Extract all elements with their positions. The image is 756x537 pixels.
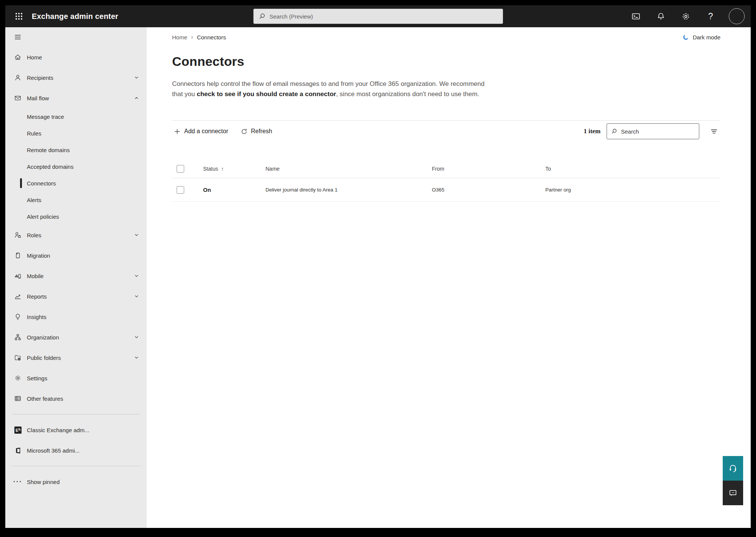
sidebar-item-label: Mail flow xyxy=(27,95,49,101)
feedback-button[interactable] xyxy=(723,481,743,505)
terminal-icon xyxy=(631,12,641,21)
sidebar-item-migration[interactable]: Migration xyxy=(5,245,147,266)
sidebar-item-mail-flow[interactable]: Mail flow xyxy=(5,88,147,108)
moon-icon xyxy=(682,34,689,41)
sidebar-item-label: Home xyxy=(27,54,42,61)
app-title: Exchange admin center xyxy=(32,12,118,21)
waffle-icon xyxy=(14,12,23,21)
column-header-name[interactable]: Name xyxy=(261,166,427,172)
sidebar-item-label: Public folders xyxy=(27,355,61,361)
person-icon xyxy=(14,74,22,81)
table-icon xyxy=(14,395,22,402)
lightbulb-icon xyxy=(14,313,22,321)
sidebar-item-label: Show pinned xyxy=(27,479,60,485)
chevron-down-icon xyxy=(134,355,139,360)
column-header-to[interactable]: To xyxy=(541,166,720,172)
sidebar-item-home[interactable]: Home xyxy=(5,47,147,67)
chevron-down-icon xyxy=(134,232,139,238)
sidebar-item-mobile[interactable]: Mobile xyxy=(5,266,147,286)
sidebar-item-alert-policies[interactable]: Alert policies xyxy=(5,208,147,225)
sidebar-subitem-label: Remote domains xyxy=(27,147,70,153)
column-header-status[interactable]: Status ↑ xyxy=(199,166,261,172)
sort-ascending-icon: ↑ xyxy=(221,166,224,172)
item-count: 1 item xyxy=(584,128,601,135)
support-button[interactable] xyxy=(723,456,743,481)
search-icon xyxy=(611,128,618,135)
row-checkbox[interactable] xyxy=(177,186,184,194)
refresh-button[interactable]: Refresh xyxy=(239,126,274,137)
sidebar-subitem-label: Message trace xyxy=(27,114,64,120)
breadcrumb: Home › Connectors xyxy=(172,33,226,41)
sidebar-subitem-label: Alert policies xyxy=(27,213,59,220)
sidebar-collapse-button[interactable] xyxy=(5,27,147,47)
cell-from: O365 xyxy=(427,187,541,193)
sidebar-item-connectors[interactable]: Connectors xyxy=(5,175,147,191)
sidebar-item-microsoft-365-admin[interactable]: Microsoft 365 admi... xyxy=(5,440,147,461)
dark-mode-toggle[interactable]: Dark mode xyxy=(682,34,720,41)
support-widget xyxy=(723,456,743,505)
headset-icon xyxy=(728,464,738,473)
ellipsis-icon: ··· xyxy=(14,478,22,486)
filter-button[interactable] xyxy=(708,125,720,138)
list-search-box[interactable] xyxy=(607,123,699,139)
sidebar-item-show-pinned[interactable]: ··· Show pinned xyxy=(5,472,147,492)
sidebar: Home Recipients Mai xyxy=(5,27,147,528)
help-button[interactable]: ? xyxy=(704,9,717,23)
app-launcher-button[interactable] xyxy=(11,9,26,24)
plus-icon xyxy=(174,128,181,135)
global-search-input[interactable] xyxy=(270,13,498,20)
sidebar-item-rules[interactable]: Rules xyxy=(5,125,147,142)
org-chart-icon xyxy=(14,333,22,341)
sidebar-divider xyxy=(12,466,140,466)
sidebar-item-reports[interactable]: Reports xyxy=(5,286,147,307)
mobile-icon xyxy=(14,272,22,280)
cell-name[interactable]: Deliver journal directly to Area 1 xyxy=(261,187,427,193)
sidebar-item-recipients[interactable]: Recipients xyxy=(5,67,147,88)
refresh-icon xyxy=(241,128,248,135)
connectors-table: Status ↑ Name From To On Deliver journal… xyxy=(172,159,720,202)
notifications-button[interactable] xyxy=(654,9,668,23)
sidebar-item-roles[interactable]: Roles xyxy=(5,225,147,245)
sidebar-item-organization[interactable]: Organization xyxy=(5,327,147,347)
cloud-shell-button[interactable] xyxy=(629,9,643,23)
list-search-input[interactable] xyxy=(621,128,695,135)
sidebar-item-label: Other features xyxy=(27,395,63,402)
sidebar-item-classic-exchange-admin[interactable]: E Classic Exchange adm... xyxy=(5,420,147,440)
account-avatar[interactable] xyxy=(729,8,745,24)
global-search-box[interactable] xyxy=(253,9,503,24)
mail-icon xyxy=(14,94,22,102)
sidebar-item-message-trace[interactable]: Message trace xyxy=(5,108,147,125)
roles-icon xyxy=(14,231,22,239)
breadcrumb-current: Connectors xyxy=(197,34,226,40)
sidebar-item-label: Roles xyxy=(27,232,41,238)
sidebar-item-insights[interactable]: Insights xyxy=(5,307,147,327)
gear-icon xyxy=(681,12,691,21)
table-row[interactable]: On Deliver journal directly to Area 1 O3… xyxy=(172,178,720,202)
home-icon xyxy=(14,53,22,61)
microsoft-365-logo-icon xyxy=(14,447,22,454)
chevron-down-icon xyxy=(134,273,139,279)
main-panel: Home › Connectors Dark mode Connectors C… xyxy=(147,27,751,528)
add-connector-button[interactable]: Add a connector xyxy=(172,126,230,137)
dark-mode-label: Dark mode xyxy=(693,34,720,40)
sidebar-item-label: Reports xyxy=(27,293,47,300)
settings-button[interactable] xyxy=(679,9,692,23)
sidebar-item-alerts[interactable]: Alerts xyxy=(5,191,147,208)
breadcrumb-home-link[interactable]: Home xyxy=(172,34,187,40)
filter-icon xyxy=(710,127,718,135)
sidebar-item-other-features[interactable]: Other features xyxy=(5,388,147,409)
column-header-from[interactable]: From xyxy=(427,166,541,172)
sidebar-item-remote-domains[interactable]: Remote domains xyxy=(5,142,147,158)
sidebar-subitem-label: Connectors xyxy=(27,180,56,187)
hamburger-icon xyxy=(14,33,22,41)
select-all-checkbox[interactable] xyxy=(177,165,184,173)
chat-bubble-icon xyxy=(728,488,738,498)
table-header-row: Status ↑ Name From To xyxy=(172,159,720,178)
list-toolbar: Add a connector Refresh 1 item xyxy=(172,121,720,142)
selected-indicator xyxy=(20,178,22,188)
sidebar-item-accepted-domains[interactable]: Accepted domains xyxy=(5,158,147,175)
sidebar-item-public-folders[interactable]: Public folders xyxy=(5,347,147,368)
search-icon xyxy=(258,12,266,20)
sidebar-item-settings[interactable]: Settings xyxy=(5,368,147,388)
sidebar-item-label: Recipients xyxy=(27,75,53,81)
